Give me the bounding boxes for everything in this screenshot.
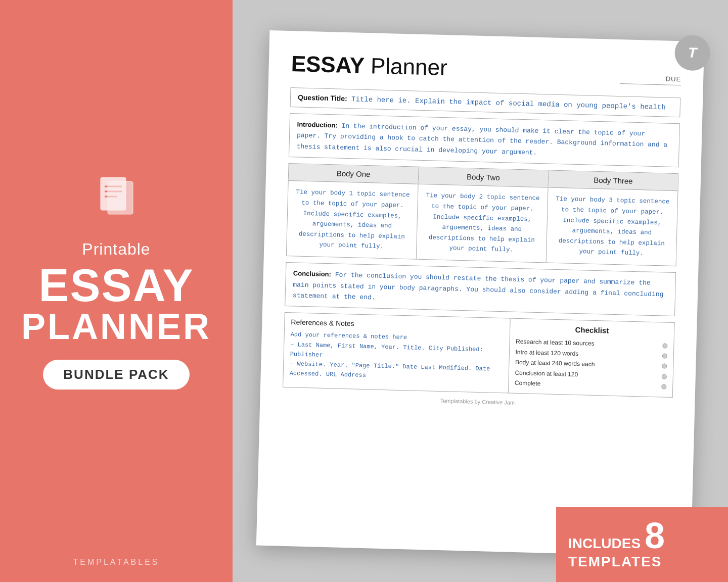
templates-label: TEMPLATES (568, 554, 716, 570)
essay-big-label: ESSAY (39, 263, 194, 308)
body-two-column: Body Two Tie your body 2 topic sentence … (416, 167, 549, 262)
introduction-section: Introduction: In the introduction of you… (289, 113, 680, 167)
brand-logo: T (674, 35, 711, 71)
planner-big-label: PLANNER (21, 308, 211, 345)
includes-number: 8 (645, 515, 665, 556)
brand-label: TEMPLATABLES (73, 558, 160, 567)
intro-label: Introduction: (297, 120, 338, 129)
printable-label: Printable (82, 240, 150, 259)
title-row: ESSAY Planner DUE (291, 51, 681, 86)
body-columns: Body One Tie your body 1 topic sentence … (286, 163, 679, 266)
body-three-content: Tie your body 3 topic sentence to the to… (547, 188, 678, 266)
body-two-content: Tie your body 2 topic sentence to the to… (417, 184, 548, 262)
body-three-column: Body Three Tie your body 3 topic sentenc… (546, 171, 678, 266)
body-one-content: Tie your body 1 topic sentence to the to… (287, 181, 418, 259)
due-underline (620, 83, 681, 85)
document-title: ESSAY Planner (291, 51, 447, 80)
references-section: References & Notes Add your references &… (283, 312, 510, 394)
question-value: Title here ie. Explain the impact of soc… (351, 95, 666, 111)
question-title-section: Question Title: Title here ie. Explain t… (290, 87, 681, 117)
svg-rect-4 (108, 181, 133, 214)
title-bold: ESSAY (291, 51, 365, 78)
references-content: Add your references & notes here – Last … (289, 330, 503, 384)
right-panel: T ESSAY Planner DUE Question Title: Titl… (233, 0, 728, 582)
references-title: References & Notes (291, 318, 504, 332)
left-panel: Printable ESSAY PLANNER BUNDLE PACK TEMP… (0, 0, 233, 582)
question-label: Question Title: (298, 93, 347, 103)
title-thin: Planner (364, 53, 447, 80)
intro-content: In the introduction of your essay, you s… (296, 122, 667, 157)
checklist-title: Checklist (516, 324, 668, 336)
check-dot-1 (662, 343, 667, 348)
check-dot-3 (662, 364, 667, 369)
bundle-badge: BUNDLE PACK (43, 360, 189, 390)
check-dot-5 (661, 384, 666, 390)
due-label: DUE (666, 75, 681, 83)
conclusion-section: Conclusion: For the conclusion you shoul… (285, 262, 676, 316)
check-dot-4 (662, 374, 667, 379)
conclusion-label: Conclusion: (293, 269, 331, 278)
body-one-column: Body One Tie your body 1 topic sentence … (287, 164, 419, 259)
includes-badge: INCLUDES 8 TEMPLATES (556, 507, 728, 582)
due-section: DUE (620, 74, 681, 85)
includes-label: INCLUDES 8 (568, 517, 716, 554)
bottom-row: References & Notes Add your references &… (283, 312, 675, 398)
document-icon (99, 177, 134, 225)
essay-planner-document: T ESSAY Planner DUE Question Title: Titl… (256, 30, 704, 557)
conclusion-content: For the conclusion you should restate th… (293, 271, 664, 302)
checklist-section: Checklist Research at least 10 sources I… (508, 318, 674, 398)
check-dot-2 (662, 353, 667, 358)
